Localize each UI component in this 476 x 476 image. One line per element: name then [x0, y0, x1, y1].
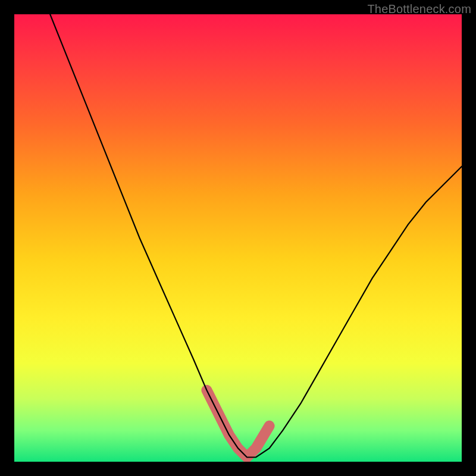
watermark-text: TheBottleneck.com [367, 2, 471, 16]
bottleneck-curve [14, 14, 462, 462]
plot-area [14, 14, 462, 462]
chart-frame: TheBottleneck.com [0, 0, 476, 476]
curve-line [50, 14, 462, 458]
